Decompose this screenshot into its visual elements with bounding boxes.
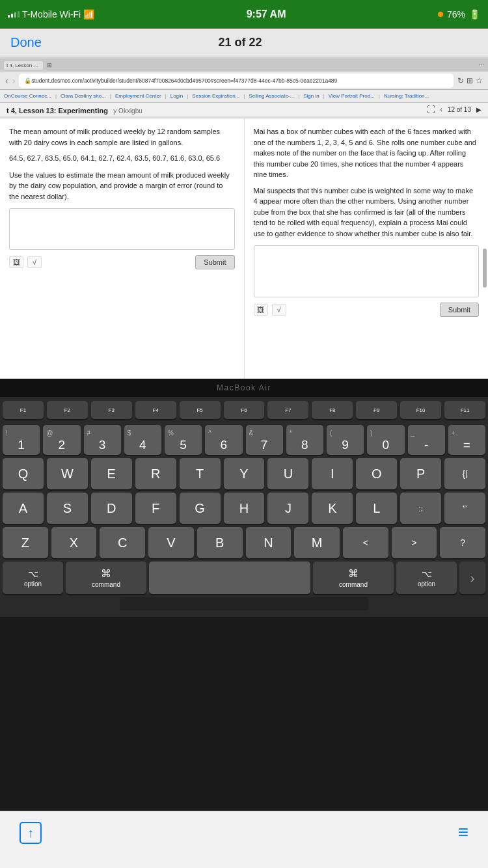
key-7[interactable]: &7 — [246, 425, 283, 455]
key-f1[interactable]: F1 — [3, 401, 44, 419]
key-f6[interactable]: F6 — [224, 401, 265, 419]
key-m[interactable]: M — [294, 527, 340, 558]
key-f8[interactable]: F8 — [312, 401, 353, 419]
key-equals[interactable]: += — [448, 425, 485, 455]
key-8[interactable]: *8 — [286, 425, 323, 455]
share-button[interactable]: ↑ — [20, 822, 42, 844]
bookmark-signin[interactable]: Sign in — [303, 93, 319, 99]
key-f7[interactable]: F7 — [267, 401, 308, 419]
share-url-icon[interactable]: ⊞ — [467, 76, 473, 85]
key-f4[interactable]: F4 — [135, 401, 176, 419]
question1-textarea[interactable] — [12, 211, 232, 244]
done-button[interactable]: Done — [10, 35, 42, 50]
new-tab-icon[interactable]: ⊞ — [47, 62, 52, 68]
key-f3[interactable]: F3 — [91, 401, 132, 419]
key-g[interactable]: G — [180, 493, 221, 524]
key-4[interactable]: $4 — [124, 425, 161, 455]
key-colon[interactable]: :; — [400, 493, 441, 524]
key-x[interactable]: X — [51, 527, 97, 558]
key-f9[interactable]: F9 — [356, 401, 397, 419]
url-field[interactable]: 🔒 student.desmos.com/activitybuilder/stu… — [19, 74, 454, 88]
trackpad-area[interactable] — [120, 597, 368, 610]
key-f11[interactable]: F11 — [444, 401, 485, 419]
key-l[interactable]: L — [356, 493, 397, 524]
bookmark-selling[interactable]: Selling Associate-... — [249, 93, 294, 99]
key-n[interactable]: N — [246, 527, 291, 558]
question2-math-tool[interactable]: √ — [272, 304, 286, 316]
key-f10[interactable]: F10 — [400, 401, 441, 419]
bottom-toolbar: ↑ ≡ — [0, 811, 488, 868]
key-k[interactable]: K — [312, 493, 353, 524]
key-h[interactable]: H — [224, 493, 265, 524]
key-quote[interactable]: "' — [444, 493, 485, 524]
key-option-right[interactable]: ⌥ option — [396, 562, 457, 594]
bookmark-clara[interactable]: Clara Destiny sho... — [61, 93, 106, 99]
page-counter: 21 of 22 — [218, 36, 262, 49]
key-t[interactable]: T — [180, 458, 221, 489]
key-option-left[interactable]: ⌥ option — [3, 562, 63, 594]
key-9[interactable]: (9 — [327, 425, 364, 455]
key-2[interactable]: @2 — [43, 425, 80, 455]
key-w[interactable]: W — [47, 458, 88, 489]
key-question[interactable]: ? — [440, 527, 485, 558]
key-minus[interactable]: _- — [408, 425, 445, 455]
key-f2[interactable]: F2 — [47, 401, 88, 419]
back-button[interactable]: ‹ — [5, 75, 8, 86]
key-1[interactable]: !1 — [3, 425, 40, 455]
key-open-bracket[interactable]: {[ — [444, 458, 485, 489]
reload-icon[interactable]: ↻ — [457, 76, 464, 85]
question2-submit[interactable]: Submit — [440, 303, 479, 317]
question2-answer-box[interactable] — [254, 245, 480, 297]
key-z[interactable]: Z — [3, 527, 48, 558]
question1-answer-box[interactable] — [9, 208, 235, 250]
key-gt[interactable]: > — [392, 527, 437, 558]
question1-math-tool[interactable]: √ — [27, 256, 42, 268]
key-6[interactable]: ^6 — [205, 425, 242, 455]
tab-item[interactable]: t 4, Lesson 13... ✕ — [4, 61, 43, 70]
key-chevron-right[interactable]: › — [459, 562, 485, 594]
key-e[interactable]: E — [91, 458, 132, 489]
key-r[interactable]: R — [135, 458, 176, 489]
list-button[interactable]: ≡ — [458, 822, 468, 843]
key-b[interactable]: B — [197, 527, 243, 558]
bookmark-oncourse[interactable]: OnCourse Connec... — [4, 93, 51, 99]
key-s[interactable]: S — [47, 493, 88, 524]
bookmark-session[interactable]: Session Expiration... — [192, 93, 239, 99]
key-5[interactable]: %5 — [165, 425, 202, 455]
key-f5[interactable]: F5 — [180, 401, 221, 419]
question1-image-tool[interactable]: 🖼 — [9, 256, 23, 268]
key-3[interactable]: #3 — [84, 425, 121, 455]
expand-icon[interactable]: ⛶ — [427, 105, 435, 115]
question2-textarea[interactable] — [257, 249, 476, 292]
key-0[interactable]: )0 — [367, 425, 404, 455]
nav-back-icon[interactable]: ‹ — [441, 106, 442, 113]
bookmark-nursing[interactable]: Nursing: Tradition... — [384, 93, 429, 99]
key-v[interactable]: V — [148, 527, 194, 558]
key-space[interactable] — [149, 562, 310, 594]
url-actions: ↻ ⊞ ☆ — [457, 76, 483, 85]
star-icon[interactable]: ☆ — [476, 76, 483, 85]
content-scrollbar[interactable] — [483, 249, 487, 288]
key-y[interactable]: Y — [224, 458, 265, 489]
forward-button[interactable]: › — [12, 75, 16, 86]
key-c[interactable]: C — [100, 527, 145, 558]
key-lt[interactable]: < — [343, 527, 388, 558]
key-q[interactable]: Q — [3, 458, 44, 489]
key-o[interactable]: O — [356, 458, 397, 489]
question2-image-tool[interactable]: 🖼 — [254, 304, 268, 316]
bookmark-login[interactable]: Login — [170, 93, 183, 99]
key-a[interactable]: A — [3, 493, 44, 524]
key-command-left[interactable]: ⌘ command — [66, 562, 146, 594]
key-f[interactable]: F — [135, 493, 176, 524]
bookmark-employment[interactable]: Employment Center — [115, 93, 161, 99]
key-u[interactable]: U — [267, 458, 308, 489]
question1-submit[interactable]: Submit — [195, 255, 234, 269]
bookmark-portrait[interactable]: View Portrait Prod... — [329, 93, 375, 99]
key-command-right[interactable]: ⌘ command — [313, 562, 394, 594]
key-j[interactable]: J — [267, 493, 308, 524]
key-i[interactable]: I — [312, 458, 353, 489]
browser-menu[interactable]: ⋯ — [478, 62, 484, 68]
lock-icon: 🔒 — [24, 77, 31, 84]
key-p[interactable]: P — [400, 458, 441, 489]
key-d[interactable]: D — [91, 493, 132, 524]
